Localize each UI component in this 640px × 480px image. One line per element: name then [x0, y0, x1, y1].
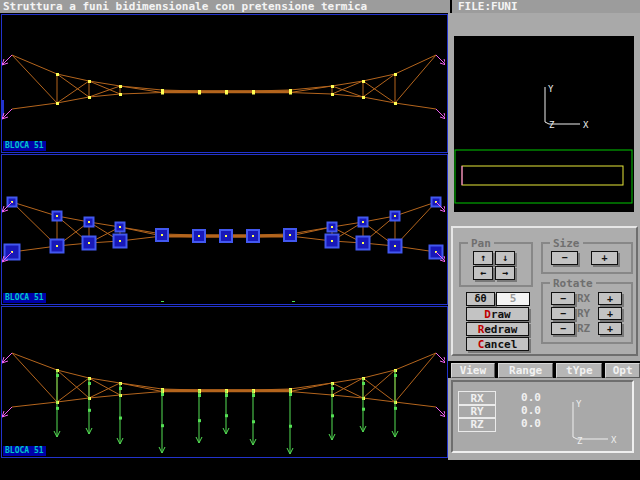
minus-icon: − [560, 323, 566, 334]
plus-icon: + [607, 323, 613, 334]
viewport-masses[interactable]: BLOCA 51 [1, 154, 448, 305]
viewport-label: BLOCA 51 [3, 293, 46, 303]
title-bar: Struttura a funi bidimensionale con pret… [0, 0, 450, 13]
draw-hotkey: D [484, 308, 491, 321]
redraw-label: edraw [484, 323, 517, 336]
rotate-rz-minus-button[interactable]: − [551, 322, 575, 335]
control-panel: Pan ↑ ↓ ← → Size − + Rotate − RX + − RY … [451, 226, 638, 356]
delta-theta-value: 5 [510, 292, 517, 305]
menu-tab-bar: View Range tYpe Opt [448, 361, 640, 378]
side-panel: Y Z X Pan ↑ ↓ ← → Size − + Rotate [448, 13, 640, 460]
rz-readout-label: RZ [458, 417, 496, 432]
axis-z-label: Z [577, 436, 583, 446]
rotation-readout-panel: RX RY RZ 0.0 0.0 0.0 Y Z X [451, 380, 634, 453]
rotate-ry-minus-button[interactable]: − [551, 307, 575, 320]
rotate-rz-plus-button[interactable]: + [598, 322, 622, 335]
window-title: Struttura a funi bidimensionale con pret… [3, 0, 367, 13]
draw-label: raw [491, 308, 511, 321]
rotate-rx-plus-button[interactable]: + [598, 292, 622, 305]
minus-icon: − [561, 252, 567, 263]
pan-down-button[interactable]: ↓ [495, 251, 515, 265]
plus-icon: + [607, 293, 613, 304]
file-label: FILE:FUNI [458, 0, 518, 13]
tab-opt[interactable]: Opt [605, 363, 640, 378]
range-box [462, 166, 623, 185]
plus-icon: + [607, 308, 613, 319]
viewport-label: BLOCA 51 [3, 446, 46, 456]
up-arrow-icon: ↑ [480, 252, 486, 263]
viewport-loads[interactable]: BLOCA 51 [1, 306, 448, 458]
viewport-undeformed[interactable]: BLOCA 51 [1, 14, 448, 153]
rotate-rz-label: RZ [577, 322, 590, 335]
axis-y-label: Y [548, 84, 554, 94]
preview-box: Y Z X [454, 36, 634, 212]
minus-icon: − [560, 293, 566, 304]
pan-left-button[interactable]: ← [473, 266, 493, 280]
pan-right-button[interactable]: → [495, 266, 515, 280]
right-arrow-icon: → [502, 267, 508, 278]
file-bar: FILE:FUNI [452, 0, 640, 13]
axis-x-label: X [611, 435, 617, 445]
pan-up-button[interactable]: ↑ [473, 251, 493, 265]
tab-view[interactable]: View [451, 363, 495, 378]
minus-icon: − [560, 308, 566, 319]
size-plus-button[interactable]: + [591, 251, 618, 265]
structure-drawing-loads [2, 307, 445, 455]
left-arrow-icon: ← [480, 267, 486, 278]
viewport-label: BLOCA 51 [3, 141, 46, 151]
cancel-button[interactable]: Cancel [466, 337, 529, 351]
ry-readout-value: 0.0 [509, 404, 553, 417]
structure-drawing [2, 15, 445, 150]
size-group-label: Size [550, 237, 583, 250]
draw-button[interactable]: Draw [466, 307, 529, 321]
rz-readout-value: 0.0 [509, 417, 553, 430]
rotate-rx-minus-button[interactable]: − [551, 292, 575, 305]
rx-readout-value: 0.0 [509, 391, 553, 404]
axis-y-label: Y [576, 399, 582, 409]
delta-theta-button[interactable]: δθ [466, 292, 495, 306]
down-arrow-icon: ↓ [502, 252, 508, 263]
rotate-ry-label: RY [577, 307, 590, 320]
preview-graphics: Y Z X [454, 36, 634, 212]
delta-theta-label: δθ [474, 293, 486, 304]
redraw-button[interactable]: Redraw [466, 322, 529, 336]
rotate-group-label: Rotate [550, 277, 596, 290]
tab-range[interactable]: Range [498, 363, 554, 378]
axis-x-label: X [583, 120, 589, 130]
size-minus-button[interactable]: − [551, 251, 578, 265]
pan-group-label: Pan [468, 237, 494, 250]
plus-icon: + [601, 252, 607, 263]
delta-theta-value-field[interactable]: 5 [496, 292, 530, 306]
tab-type[interactable]: tYpe [556, 363, 602, 378]
selection-frame [455, 150, 632, 203]
rotate-ry-plus-button[interactable]: + [598, 307, 622, 320]
app-screen: Struttura a funi bidimensionale con pret… [0, 0, 640, 480]
axis-z-label: Z [549, 120, 555, 130]
readout-axes-icon: Y Z X [558, 392, 628, 449]
rotate-rx-label: RX [577, 292, 590, 305]
structure-drawing-masses [2, 155, 445, 302]
cancel-label: ancel [484, 338, 517, 351]
